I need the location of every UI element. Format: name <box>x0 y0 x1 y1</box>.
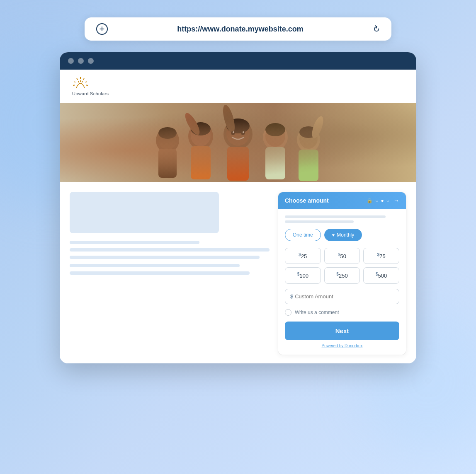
main-content: Choose amount 🔒 ○ ● ○ → <box>60 182 416 363</box>
url-bar[interactable]: https://www.donate.mywebsite.com <box>116 25 364 34</box>
step-icon-2: ● <box>381 198 384 203</box>
page-content: Upward Scholars <box>60 70 416 363</box>
refresh-icon[interactable]: ↻ <box>371 23 382 35</box>
browser-chrome <box>60 52 416 70</box>
one-time-tab[interactable]: One time <box>285 229 321 241</box>
browser-window: Upward Scholars <box>60 52 416 363</box>
browser-bar: + https://www.donate.mywebsite.com ↻ <box>85 17 391 41</box>
svg-line-6 <box>86 85 88 86</box>
powered-by[interactable]: Powered by Donorbox <box>285 343 399 348</box>
amount-btn-75[interactable]: $75 <box>363 248 399 264</box>
donation-widget-container: Choose amount 🔒 ○ ● ○ → <box>278 192 406 355</box>
svg-line-2 <box>74 82 75 82</box>
comment-row: Write us a comment <box>285 309 399 316</box>
custom-currency-symbol: $ <box>290 293 293 300</box>
currency-symbol-3: $ <box>377 252 380 257</box>
placeholder-text-4 <box>70 264 240 267</box>
donation-widget: Choose amount 🔒 ○ ● ○ → <box>278 192 406 355</box>
svg-line-7 <box>78 81 79 82</box>
add-tab-icon[interactable]: + <box>96 23 108 35</box>
currency-symbol-2: $ <box>338 252 340 257</box>
custom-amount-input[interactable] <box>295 293 394 300</box>
monthly-label: Monthly <box>337 232 354 238</box>
placeholder-text-1 <box>70 241 199 244</box>
logo-icon <box>72 76 89 90</box>
widget-desc-line-2 <box>285 220 354 223</box>
placeholder-text-3 <box>70 256 260 259</box>
lock-icon: 🔒 <box>367 198 373 203</box>
next-arrow-icon[interactable]: → <box>393 197 399 204</box>
step-icon-3: ○ <box>386 198 389 203</box>
placeholder-image <box>70 192 219 233</box>
org-name: Upward Scholars <box>72 91 109 96</box>
step-icon-1: ○ <box>375 198 378 203</box>
currency-symbol-4: $ <box>297 272 300 276</box>
svg-line-3 <box>73 85 75 86</box>
svg-line-9 <box>82 81 83 82</box>
amount-btn-50[interactable]: $50 <box>324 248 360 264</box>
widget-body: One time ♥ Monthly $25 <box>278 209 406 355</box>
logo-header: Upward Scholars <box>60 70 416 103</box>
window-dot-3 <box>88 58 94 64</box>
svg-line-1 <box>77 78 78 80</box>
widget-header-icons: 🔒 ○ ● ○ <box>367 198 389 203</box>
svg-line-4 <box>83 78 85 80</box>
widget-header: Choose amount 🔒 ○ ● ○ → <box>278 192 406 209</box>
frequency-tabs: One time ♥ Monthly <box>285 229 399 241</box>
comment-label: Write us a comment <box>295 310 339 315</box>
currency-symbol-6: $ <box>376 272 378 276</box>
placeholder-text-5 <box>70 271 250 275</box>
currency-symbol-1: $ <box>299 252 301 257</box>
left-panel <box>70 192 278 355</box>
amount-btn-100[interactable]: $100 <box>285 267 321 283</box>
placeholder-text-2 <box>70 248 270 252</box>
widget-desc-line-1 <box>285 215 386 218</box>
comment-checkbox[interactable] <box>285 309 291 316</box>
window-dot-1 <box>68 58 74 64</box>
logo-container: Upward Scholars <box>72 76 404 96</box>
monthly-tab[interactable]: ♥ Monthly <box>324 229 362 241</box>
widget-title: Choose amount <box>285 197 362 204</box>
amount-grid: $25 $50 $75 $100 <box>285 248 399 284</box>
hero-image <box>60 103 416 182</box>
currency-symbol-5: $ <box>336 272 339 276</box>
heart-icon: ♥ <box>332 232 335 237</box>
svg-line-5 <box>85 82 87 82</box>
custom-amount-container[interactable]: $ <box>285 289 399 304</box>
next-button[interactable]: Next <box>285 322 399 340</box>
amount-btn-500[interactable]: $500 <box>363 267 399 283</box>
window-dot-2 <box>78 58 84 64</box>
amount-btn-25[interactable]: $25 <box>285 248 321 264</box>
amount-btn-250[interactable]: $250 <box>324 267 360 283</box>
